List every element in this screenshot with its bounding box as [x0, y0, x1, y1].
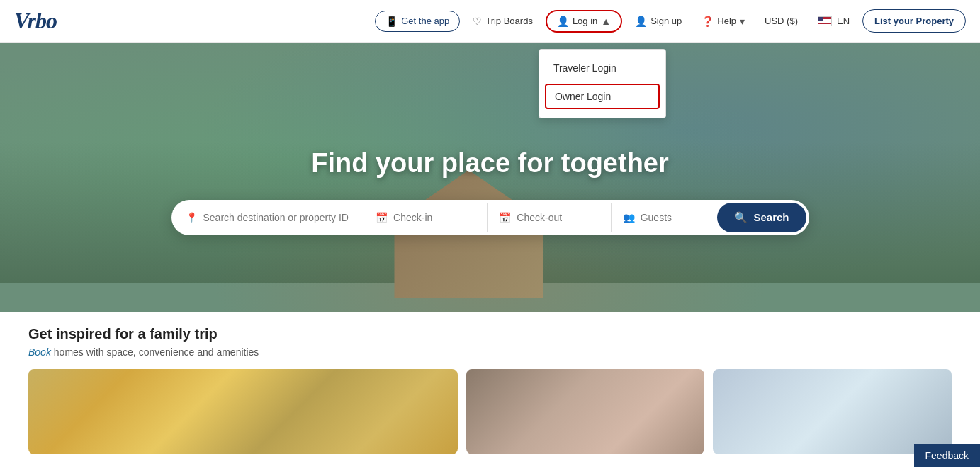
property-image-small[interactable]	[713, 369, 952, 454]
traveler-login-item[interactable]: Traveler Login	[539, 55, 665, 81]
chevron-down-icon: ▾	[740, 16, 745, 27]
guests-icon: 👥	[623, 212, 635, 223]
section-subtitle-rest: homes with space, convenience and amenit…	[54, 347, 259, 358]
search-icon: 🔍	[734, 211, 748, 224]
calendar-checkout-icon: 📅	[499, 212, 511, 223]
checkin-field: 📅	[364, 203, 488, 232]
calendar-checkin-icon: 📅	[376, 212, 388, 223]
chevron-up-icon: ▲	[601, 16, 611, 27]
guests-field: 👥	[612, 203, 718, 232]
location-icon: 📍	[186, 212, 198, 223]
user-icon: 👤	[557, 16, 569, 27]
owner-login-item[interactable]: Owner Login	[545, 84, 660, 109]
hero-title: Find your place for together	[311, 148, 669, 179]
guests-input[interactable]	[641, 212, 706, 223]
login-button[interactable]: 👤 Log in ▲	[546, 10, 622, 33]
image-row	[28, 369, 952, 454]
section-subtitle: Book homes with space, convenience and a…	[28, 347, 952, 358]
get-app-label: Get the app	[401, 16, 449, 26]
checkin-input[interactable]	[393, 212, 475, 223]
currency-label: USD ($)	[765, 16, 798, 26]
trip-boards-button[interactable]: ♡ Trip Boards	[466, 11, 540, 31]
nav-items: 📱 Get the app ♡ Trip Boards 👤 Log in ▲ T…	[375, 9, 966, 33]
property-image-medium[interactable]	[466, 369, 705, 454]
search-button[interactable]: 🔍 Search	[717, 203, 806, 232]
signup-button[interactable]: 👤 Sign up	[628, 11, 689, 31]
search-bar: 📍 📅 📅 👥 🔍 Search	[171, 200, 809, 235]
header: Vrbo 📱 Get the app ♡ Trip Boards 👤 Log i…	[0, 0, 980, 43]
get-app-button[interactable]: 📱 Get the app	[375, 11, 460, 32]
bottom-section: Get inspired for a family trip Book home…	[0, 312, 980, 467]
language-button[interactable]: EN	[811, 11, 857, 30]
heart-icon: ♡	[473, 16, 482, 27]
property-image-large[interactable]	[28, 369, 458, 454]
list-property-button[interactable]: List your Property	[862, 9, 966, 33]
us-flag-icon	[818, 16, 832, 26]
search-button-label: Search	[753, 211, 789, 223]
help-label: Help	[717, 16, 736, 26]
question-icon: ❓	[702, 16, 714, 27]
signup-label: Sign up	[650, 16, 682, 26]
feedback-label: Feedback	[925, 450, 969, 461]
hero-section: Find your place for together 📍 📅 📅 👥 🔍 S…	[0, 43, 980, 340]
list-property-label: List your Property	[874, 16, 954, 26]
help-button[interactable]: ❓ Help ▾	[694, 11, 752, 31]
feedback-button[interactable]: Feedback	[914, 444, 980, 467]
language-label: EN	[837, 16, 850, 26]
login-label: Log in	[573, 16, 597, 26]
book-link[interactable]: Book	[28, 347, 51, 358]
login-dropdown: Traveler Login Owner Login	[539, 49, 666, 118]
checkout-field: 📅	[488, 203, 611, 232]
checkout-input[interactable]	[517, 212, 599, 223]
trip-boards-label: Trip Boards	[485, 16, 533, 26]
destination-field: 📍	[174, 203, 365, 232]
destination-input[interactable]	[203, 212, 353, 223]
currency-button[interactable]: USD ($)	[757, 11, 805, 30]
mobile-icon: 📱	[385, 16, 398, 27]
login-container: 👤 Log in ▲ Traveler Login Owner Login	[546, 10, 622, 33]
person-icon: 👤	[635, 16, 647, 27]
section-title: Get inspired for a family trip	[28, 326, 952, 342]
logo[interactable]: Vrbo	[14, 8, 57, 34]
